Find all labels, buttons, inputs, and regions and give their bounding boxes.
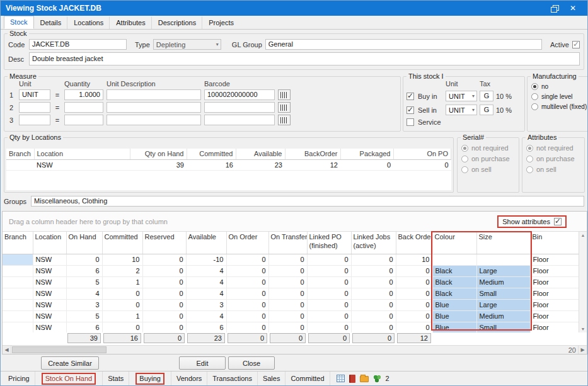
measure-quantity-field[interactable]	[64, 102, 103, 113]
cell-committed[interactable]: 1	[102, 276, 142, 288]
qty-col-packaged[interactable]: Packaged	[340, 149, 393, 159]
measure-unit-desc-field[interactable]	[107, 115, 201, 125]
qty-table-row[interactable]: NSW 39 16 23 12 0 0	[6, 159, 451, 170]
horizontal-scrollbar[interactable]: ◀ 20 ▶	[3, 345, 587, 354]
grid-col-available[interactable]: Available	[186, 232, 226, 254]
cell-on-hand[interactable]: 5	[66, 310, 102, 322]
cell-colour[interactable]: Blue	[432, 322, 476, 332]
cell-branch[interactable]	[3, 254, 33, 265]
cell-on-po[interactable]: 0	[393, 159, 451, 170]
cell-committed[interactable]: 0	[102, 299, 142, 310]
measure-quantity-field[interactable]	[64, 115, 103, 125]
barcode-button[interactable]	[278, 102, 291, 113]
measure-barcode-field[interactable]	[204, 115, 275, 125]
cell-on-transfer[interactable]: 0	[268, 265, 307, 276]
grid-col-on-transfer[interactable]: On Transfer	[268, 232, 307, 254]
qty-col-backorder[interactable]: BackOrder	[285, 149, 340, 159]
grid-col-committed[interactable]: Committed	[102, 232, 142, 254]
qty-col-committed[interactable]: Committed	[187, 149, 236, 159]
sell-in-checkbox[interactable]	[406, 106, 414, 114]
qty-col-available[interactable]: Available	[236, 149, 285, 159]
footer-tab-vendors[interactable]: Vendors	[171, 372, 207, 385]
cell-location[interactable]: NSW	[33, 265, 66, 276]
grid-row[interactable]: NSW 6 0 0 6 0 0 0 0 0 Blue Small	[3, 322, 580, 332]
cell-size[interactable]	[476, 254, 530, 265]
cell-bin[interactable]: Floor	[530, 299, 580, 310]
vertical-scrollbar[interactable]: ▲ ▼	[579, 232, 587, 332]
grid-row[interactable]: NSW 6 2 0 4 0 0 0 0 0 Black Large	[3, 265, 580, 276]
serial-option-on-sell[interactable]: on sell	[461, 166, 515, 173]
grid-col-back-order[interactable]: Back Order	[396, 232, 432, 254]
footer-tab-stats[interactable]: Stats	[103, 372, 129, 385]
buy-in-checkbox[interactable]	[406, 93, 414, 100]
cell-location[interactable]: NSW	[33, 310, 66, 322]
cell-back-order[interactable]: 10	[396, 254, 432, 265]
cell-linked-po[interactable]: 0	[307, 276, 351, 288]
cell-colour[interactable]: Blue	[432, 310, 476, 322]
cell-back-order[interactable]: 0	[396, 265, 432, 276]
cell-back-order[interactable]: 0	[396, 276, 432, 288]
qty-col-on-po[interactable]: On PO	[393, 149, 451, 159]
table-icon[interactable]	[337, 375, 345, 382]
cell-branch[interactable]	[6, 159, 34, 170]
footer-tab-sales[interactable]: Sales	[258, 372, 286, 385]
cell-back-order[interactable]: 0	[396, 288, 432, 299]
cell-bin[interactable]: Floor	[530, 265, 580, 276]
cell-available[interactable]: 4	[186, 276, 226, 288]
edit-button[interactable]: Edit	[179, 356, 226, 370]
group-icon[interactable]	[373, 375, 381, 382]
footer-tab-stock-on-hand[interactable]: Stock On Hand	[35, 372, 103, 385]
cell-bin[interactable]: Floor	[530, 310, 580, 322]
qty-col-on-hand[interactable]: Qty on Hand	[130, 149, 187, 159]
cell-reserved[interactable]: 0	[142, 322, 186, 332]
cell-reserved[interactable]: 0	[142, 265, 186, 276]
grid-col-reserved[interactable]: Reserved	[142, 232, 186, 254]
grid-col-bin[interactable]: Bin	[530, 232, 580, 254]
cell-branch[interactable]	[3, 322, 33, 332]
cell-linked-po[interactable]: 0	[307, 299, 351, 310]
cell-bin[interactable]: Floor	[530, 276, 580, 288]
cell-qty-on-hand[interactable]: 39	[130, 159, 187, 170]
cell-colour[interactable]: Blue	[432, 299, 476, 310]
service-checkbox[interactable]	[406, 118, 414, 126]
cell-linked-jobs[interactable]: 0	[351, 310, 396, 322]
cell-back-order[interactable]: 0	[396, 322, 432, 332]
cell-available[interactable]: 23	[236, 159, 285, 170]
cell-on-transfer[interactable]: 0	[268, 299, 307, 310]
footer-tab-transactions[interactable]: Transactions	[207, 372, 258, 385]
manufacturing-option-no[interactable]: no	[531, 83, 587, 90]
scrollbar-thumb[interactable]	[12, 346, 107, 353]
group-by-bar[interactable]: Drag a column header here to group by th…	[3, 212, 587, 232]
footer-tab-buying[interactable]: Buying	[129, 372, 171, 385]
cell-size[interactable]: Large	[476, 299, 530, 310]
serial-option-on-purchase[interactable]: on purchase	[461, 155, 515, 162]
cell-packaged[interactable]: 0	[340, 159, 393, 170]
active-checkbox[interactable]	[572, 41, 580, 48]
attributes-option-on-purchase[interactable]: on purchase	[526, 155, 580, 162]
cell-back-order[interactable]: 0	[396, 310, 432, 322]
cell-location[interactable]: NSW	[34, 159, 130, 170]
cell-on-order[interactable]: 0	[226, 299, 268, 310]
scroll-left-icon[interactable]: ◀	[3, 346, 11, 354]
footer-tab-pricing[interactable]: Pricing	[3, 372, 35, 385]
grid-col-on-order[interactable]: On Order	[226, 232, 268, 254]
grid-col-size[interactable]: Size	[476, 232, 530, 254]
cell-on-transfer[interactable]: 0	[268, 322, 307, 332]
measure-unit-desc-field[interactable]	[107, 102, 201, 113]
measure-unit-field[interactable]: UNIT	[19, 89, 50, 100]
cell-committed[interactable]: 0	[102, 322, 142, 332]
measure-unit-field[interactable]	[19, 115, 50, 125]
cell-on-order[interactable]: 0	[226, 254, 268, 265]
cell-committed[interactable]: 10	[102, 254, 142, 265]
cell-reserved[interactable]: 0	[142, 310, 186, 322]
cell-reserved[interactable]: 0	[142, 299, 186, 310]
cell-linked-po[interactable]: 0	[307, 288, 351, 299]
cell-on-hand[interactable]: 6	[66, 322, 102, 332]
tab-projects[interactable]: Projects	[202, 16, 240, 29]
restore-button[interactable]	[545, 2, 563, 14]
measure-quantity-field[interactable]: 1.0000	[64, 89, 103, 100]
cell-colour[interactable]: Black	[432, 265, 476, 276]
barcode-button[interactable]	[278, 115, 291, 125]
cell-size[interactable]: Small	[476, 322, 530, 332]
cell-linked-jobs[interactable]: 0	[351, 288, 396, 299]
